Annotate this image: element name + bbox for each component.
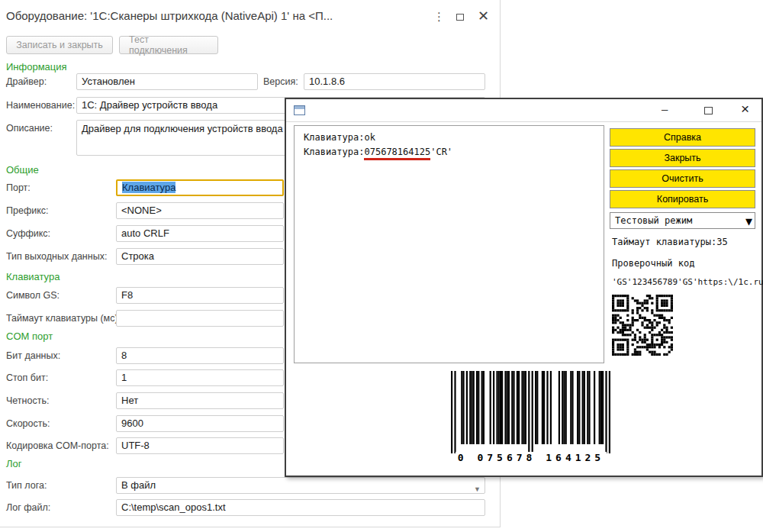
scan-output-panel[interactable]: Клавиатура:ok Клавиатура:075678164125'CR… (294, 125, 604, 363)
close-button[interactable]: Закрыть (610, 149, 755, 167)
help-button[interactable]: Справка (610, 128, 755, 147)
section-info: Информация (6, 61, 67, 73)
encoding-label: Кодировка COM-порта: (6, 440, 109, 451)
data-bits-label: Бит данных: (6, 350, 60, 361)
kb-timeout-label: Таймаут клавиатуры (мс): (6, 313, 121, 324)
section-common: Общие (6, 164, 39, 176)
port-selected-text: Клавиатура (122, 182, 175, 193)
test-mode-value: Тестовый режим (615, 215, 692, 226)
qr-code (612, 295, 673, 356)
copy-button[interactable]: Копировать (610, 190, 755, 208)
driver-label: Драйвер: (6, 76, 47, 87)
save-and-close-button[interactable]: Записать и закрыть (6, 36, 113, 54)
maximize-icon[interactable] (456, 14, 464, 21)
close-icon[interactable]: × (741, 101, 749, 118)
suffix-field[interactable]: auto CRLF (116, 225, 284, 242)
port-label: Порт: (6, 182, 31, 193)
test-window-titlebar: – × (286, 99, 761, 122)
more-menu-icon[interactable]: ⋮ (433, 10, 445, 24)
barcode: 0 075678 164125 (449, 369, 613, 466)
close-icon[interactable]: ✕ (478, 8, 489, 24)
driver-field[interactable]: Установлен (76, 73, 258, 90)
stop-bits-label: Стоп бит: (6, 372, 48, 383)
maximize-icon[interactable] (704, 107, 713, 114)
log-type-dropdown[interactable]: В файл ▼ (116, 477, 485, 494)
section-log: Лог (6, 458, 22, 469)
scan-output-line1: Клавиатура:ok (304, 132, 375, 143)
check-code-label: Проверочный код (612, 258, 694, 269)
version-label: Версия: (263, 76, 298, 87)
gs-char-field[interactable]: F8 (116, 287, 284, 304)
dropdown-triangle-icon[interactable]: ▼ (745, 214, 752, 229)
speed-field[interactable]: 9600 (116, 415, 284, 432)
section-com: COM порт (6, 330, 53, 342)
port-field[interactable]: Клавиатура (116, 179, 284, 196)
log-type-label: Тип лога: (6, 480, 47, 491)
scanner-test-window: – × Клавиатура:ok Клавиатура:07567816412… (285, 98, 763, 477)
parity-field[interactable]: Нет (116, 392, 284, 409)
gs-char-label: Символ GS: (6, 290, 60, 301)
chevron-down-icon[interactable]: ▼ (474, 482, 481, 494)
description-label: Описание: (6, 123, 53, 134)
output-type-label: Тип выходных данных: (6, 251, 107, 262)
suffix-label: Суффикс: (6, 228, 50, 239)
test-mode-dropdown[interactable]: Тестовый режим ▼ (610, 212, 755, 229)
stop-bits-field[interactable]: 1 (116, 369, 284, 386)
check-code-value: 'GS'123456789'GS'https:\/1c.ru'GS' (612, 277, 763, 287)
speed-label: Скорость: (6, 418, 50, 429)
kb-timeout-readout: Таймаут клавиатуры:35 (612, 237, 728, 247)
log-file-field[interactable]: C:\temp\scan_opos1.txt (116, 499, 485, 516)
name-label: Наименование: (6, 100, 75, 111)
scan-output-line2: Клавиатура:075678164125'CR' (304, 147, 452, 157)
encoding-field[interactable]: UTF-8 (116, 437, 284, 454)
window-icon (294, 105, 305, 115)
version-field[interactable]: 10.1.8.6 (304, 73, 485, 90)
parity-label: Четность: (6, 395, 49, 406)
minimize-icon[interactable]: – (662, 102, 668, 115)
prefix-field[interactable]: <NONE> (116, 202, 284, 219)
clear-button[interactable]: Очистить (610, 169, 755, 188)
output-type-field[interactable]: Строка (116, 248, 284, 265)
data-bits-field[interactable]: 8 (116, 347, 284, 364)
section-keyboard: Клавиатура (6, 271, 60, 282)
test-connection-button[interactable]: Тест подключения (119, 36, 218, 54)
prefix-label: Префикс: (6, 205, 49, 216)
log-type-value: В файл (121, 479, 156, 491)
kb-timeout-field[interactable] (116, 310, 284, 327)
window-title: Оборудование: '1С:Сканеры штрихкода (Nat… (6, 9, 333, 22)
scan-highlight-underline: 075678164125 (364, 147, 430, 160)
log-file-label: Лог файл: (6, 502, 50, 513)
barcode-digits: 0 075678 164125 (449, 452, 613, 463)
